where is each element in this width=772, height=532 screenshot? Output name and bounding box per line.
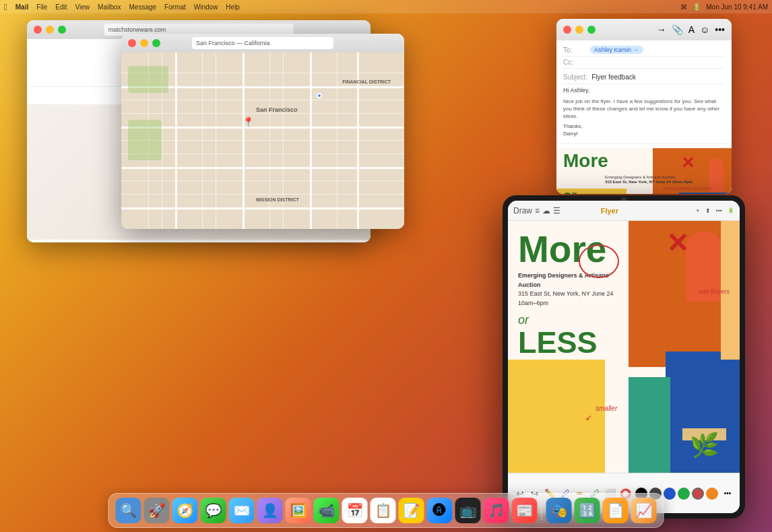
dock: 🔍 🚀 🧭 💬 ✉️ 👤 🖼️ 📹 📅 📋 📝 bbox=[108, 493, 664, 528]
facetime-icon: 📹 bbox=[318, 502, 335, 519]
appstore-icon: 🅐 bbox=[433, 503, 447, 519]
dock-notes[interactable]: 📝 bbox=[399, 498, 424, 523]
maps-close-button[interactable] bbox=[128, 39, 136, 47]
mail-format-icon[interactable]: A bbox=[688, 24, 695, 35]
map-road-minor-h7 bbox=[121, 194, 404, 195]
mail-titlebar: → 📎 A ☺ ••• bbox=[556, 19, 732, 40]
close-button[interactable] bbox=[34, 26, 42, 34]
ipad-screen: Draw ≡ ☁ ☰ Flyer + ⬆ ••• 🔋 bbox=[508, 201, 740, 513]
color-green[interactable] bbox=[678, 488, 690, 500]
apple-menu[interactable]:  bbox=[4, 2, 7, 12]
maps-maximize-button[interactable] bbox=[152, 39, 160, 47]
mail-recipient[interactable]: Ashley Kamin → bbox=[590, 46, 643, 54]
maps-search-bar[interactable]: San Francisco — California bbox=[192, 37, 333, 49]
dock-reminders[interactable]: 📋 bbox=[371, 498, 396, 523]
ipad-toolbar: Draw ≡ ☁ ☰ Flyer + ⬆ ••• 🔋 bbox=[508, 201, 740, 221]
mail-close-button[interactable] bbox=[563, 26, 571, 34]
dock-keynote[interactable]: 🎭 bbox=[546, 498, 572, 523]
map-road-v3 bbox=[310, 53, 312, 229]
color-red[interactable] bbox=[692, 488, 704, 500]
dock-photos[interactable]: 🖼️ bbox=[286, 498, 311, 523]
dock-music[interactable]: 🎵 bbox=[484, 498, 509, 523]
map-road-minor-h5 bbox=[121, 154, 404, 154]
view-menu[interactable]: View bbox=[75, 3, 90, 11]
more-colors-button[interactable]: ••• bbox=[722, 486, 733, 502]
maximize-button[interactable] bbox=[58, 26, 66, 34]
map-city-label: San Francisco bbox=[256, 106, 298, 113]
grapher-icon: 📈 bbox=[635, 502, 652, 519]
maps-minimize-button[interactable] bbox=[140, 39, 148, 47]
minimize-button[interactable] bbox=[46, 26, 54, 34]
color-blue[interactable] bbox=[664, 488, 676, 500]
mail-minimize-button[interactable] bbox=[575, 26, 583, 34]
mail-compose-window: → 📎 A ☺ ••• To: Ashley Kamin → Cc: Subje… bbox=[556, 19, 732, 194]
battery-icon: 🔋 bbox=[693, 3, 701, 11]
ipad-x-mark: ✕ bbox=[666, 228, 689, 259]
map-financial-label: FINANCIAL DISTRICT bbox=[342, 79, 391, 84]
mail-cc-field[interactable]: Cc: bbox=[563, 59, 725, 69]
mail-flyer-attachment: More Emerging Designers & Artisans Aucti… bbox=[556, 148, 732, 194]
mail-maximize-button[interactable] bbox=[587, 26, 596, 34]
photos-icon: 🖼️ bbox=[290, 502, 307, 519]
ipad-battery: 🔋 bbox=[728, 207, 734, 213]
mail-more-icon[interactable]: ••• bbox=[715, 24, 725, 35]
maps-content: San Francisco FINANCIAL DISTRICT MISSION… bbox=[121, 53, 404, 229]
dock-pages[interactable]: 📄 bbox=[603, 498, 629, 523]
map-road-minor-v5 bbox=[269, 53, 270, 229]
map-mission-label: MISSION DISTRICT bbox=[256, 197, 299, 202]
maps-titlebar: San Francisco — California bbox=[121, 34, 404, 53]
mail-send-icon[interactable]: → bbox=[657, 24, 666, 35]
mail-attach-icon[interactable]: 📎 bbox=[672, 24, 683, 35]
mail-body[interactable]: Hi Ashley, Nice job on the flyer. I have… bbox=[563, 86, 725, 138]
dock-news[interactable]: 📰 bbox=[512, 498, 538, 523]
window-menu[interactable]: Window bbox=[194, 3, 218, 11]
file-menu[interactable]: File bbox=[36, 3, 47, 11]
ipad-list-icon[interactable]: ☰ bbox=[553, 206, 560, 215]
dock-appstore[interactable]: 🅐 bbox=[427, 498, 453, 523]
dock-appletv[interactable]: 📺 bbox=[455, 498, 481, 523]
map-road-minor-v3 bbox=[202, 53, 203, 229]
dock-mail[interactable]: ✉️ bbox=[229, 498, 255, 523]
color-orange[interactable] bbox=[706, 488, 718, 500]
dock-grapher[interactable]: 📈 bbox=[631, 498, 657, 523]
ipad-document-title: Flyer bbox=[601, 207, 618, 215]
ipad-details-text: Emerging Designers & Artisans Auction 31… bbox=[518, 271, 625, 308]
dock-launchpad[interactable]: 🚀 bbox=[144, 498, 170, 523]
ipad-cloud-icon[interactable]: ☁ bbox=[542, 206, 550, 215]
mail-subject-text: Flyer feedback bbox=[591, 73, 636, 81]
mail-emoji-icon[interactable]: ☺ bbox=[700, 24, 709, 35]
ipad-share-icon[interactable]: ⬆ bbox=[705, 207, 711, 214]
ipad-draw-tool[interactable]: Draw bbox=[513, 206, 532, 215]
mail-subject-label: Subject: bbox=[563, 73, 587, 81]
flyer-blue-section bbox=[679, 193, 732, 194]
flyer-x-mark: ✕ bbox=[681, 154, 695, 172]
menu-bar-left:  Mail File Edit View Mailbox Message Fo… bbox=[4, 2, 240, 12]
format-menu[interactable]: Format bbox=[164, 3, 186, 11]
ipad-plant: 🌿 bbox=[690, 432, 719, 459]
mail-subject-field[interactable]: Subject: Flyer feedback bbox=[563, 71, 725, 84]
dock-safari[interactable]: 🧭 bbox=[172, 498, 198, 523]
ipad-annotation-smaller: smaller bbox=[596, 405, 617, 412]
ipad-add-icon[interactable]: + bbox=[696, 207, 699, 214]
finder-icon: 🔍 bbox=[120, 502, 137, 519]
dock-contacts[interactable]: 👤 bbox=[257, 498, 283, 523]
dock-calendar[interactable]: 📅 bbox=[342, 498, 368, 523]
map-road-v2 bbox=[243, 53, 245, 229]
mail-menu[interactable]: Mail bbox=[15, 3, 28, 11]
dock-numbers[interactable]: 🔢 bbox=[575, 498, 600, 523]
edit-menu[interactable]: Edit bbox=[55, 3, 67, 11]
mailbox-menu[interactable]: Mailbox bbox=[98, 3, 121, 11]
safari-icon: 🧭 bbox=[176, 502, 193, 519]
url-text: matchstoneware.com bbox=[108, 26, 166, 33]
pages-icon: 📄 bbox=[607, 502, 624, 519]
dock-facetime[interactable]: 📹 bbox=[314, 498, 340, 523]
message-menu[interactable]: Message bbox=[129, 3, 157, 11]
reminders-icon: 📋 bbox=[375, 502, 391, 519]
dock-messages[interactable]: 💬 bbox=[201, 498, 226, 523]
ipad-menu-icon[interactable]: ≡ bbox=[535, 206, 540, 215]
dock-finder[interactable]: 🔍 bbox=[116, 498, 141, 523]
ipad: Draw ≡ ☁ ☰ Flyer + ⬆ ••• 🔋 bbox=[503, 195, 745, 519]
help-menu[interactable]: Help bbox=[226, 3, 240, 11]
ipad-more-icon[interactable]: ••• bbox=[716, 207, 722, 214]
mail-to-field[interactable]: To: Ashley Kamin → bbox=[563, 46, 725, 57]
